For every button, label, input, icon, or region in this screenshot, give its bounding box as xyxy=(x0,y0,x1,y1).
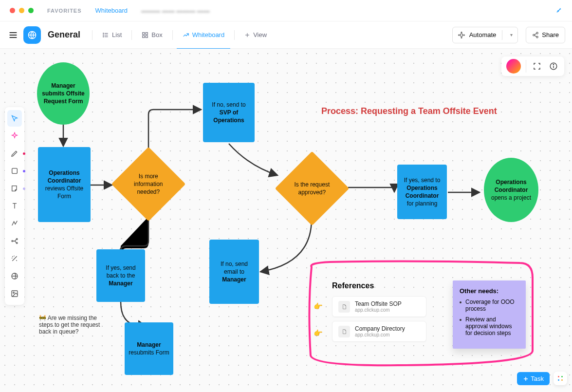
avatar[interactable] xyxy=(506,59,521,74)
node-yescoord-text1: If yes, send to xyxy=(404,177,441,184)
shape-tool[interactable] xyxy=(7,163,22,179)
node-yescoord[interactable]: If yes, send to Operations Coordinator f… xyxy=(397,165,447,219)
apps-button[interactable] xyxy=(554,372,567,385)
node-end-text: opens a project xyxy=(491,194,531,201)
svg-rect-13 xyxy=(146,36,148,37)
doc-icon xyxy=(338,301,350,313)
node-end-bold: Operations Coordinator xyxy=(495,179,528,193)
whiteboard-canvas[interactable]: Process: Requesting a Team Offsite Event… xyxy=(0,49,572,392)
references-panel: References Team Offsite SOP app.clickup.… xyxy=(328,277,430,351)
automate-button[interactable]: Automate ▾ xyxy=(452,27,518,43)
pen-tool[interactable] xyxy=(7,145,22,162)
svg-rect-10 xyxy=(143,32,145,34)
node-noemail-bold: Manager xyxy=(222,276,246,283)
ref-item-2-sub: app.clickup.com xyxy=(355,332,405,337)
ref-item-1-title: Team Offsite SOP xyxy=(355,300,402,307)
favorites-label: FAVORITES xyxy=(47,8,82,14)
image-tool[interactable] xyxy=(7,285,22,302)
info-icon[interactable] xyxy=(548,60,559,72)
node-decision2[interactable]: Is the request approved? xyxy=(275,151,350,226)
svg-point-40 xyxy=(558,379,559,381)
text-tool[interactable] xyxy=(7,198,22,214)
svg-line-24 xyxy=(535,33,536,34)
canvas-topright xyxy=(501,56,564,76)
space-title[interactable]: General xyxy=(48,30,80,40)
svg-point-27 xyxy=(12,241,13,242)
node-start[interactable]: Manager submits Offsite Request Form xyxy=(37,62,90,125)
node-noemail[interactable]: If no, send email to Manager xyxy=(209,240,259,304)
node-start-text: Manager submits Offsite Request Form xyxy=(42,82,85,106)
svg-rect-26 xyxy=(12,168,18,174)
node-svp[interactable]: If no, send to SVP of Operations xyxy=(203,83,255,142)
view-box[interactable]: Box xyxy=(136,27,168,43)
node-resubmit[interactable]: Manager resubmits Form xyxy=(125,322,173,375)
node-end[interactable]: Operations Coordinator opens a project xyxy=(484,158,538,222)
node-review-bold: Operations Coordinator xyxy=(48,169,81,184)
node-resubmit-bold: Manager xyxy=(137,341,161,348)
reference-item-1[interactable]: Team Offsite SOP app.clickup.com xyxy=(332,296,426,317)
connector-tool[interactable] xyxy=(7,215,22,232)
magic-tool[interactable] xyxy=(7,250,22,267)
sticky-heading: Other needs: xyxy=(460,287,519,295)
ai-tool[interactable] xyxy=(7,128,22,144)
ref-item-1-sub: app.clickup.com xyxy=(355,307,402,313)
menu-icon[interactable] xyxy=(7,29,19,41)
chevron-down-icon[interactable]: ▾ xyxy=(510,32,513,37)
svg-point-35 xyxy=(553,64,554,65)
tab-whiteboard[interactable]: Whiteboard xyxy=(95,7,128,14)
svg-point-28 xyxy=(16,239,18,240)
node-decision1[interactable]: Is more information needed? xyxy=(111,147,186,222)
new-task-button[interactable]: Task xyxy=(517,372,550,385)
web-tool[interactable] xyxy=(7,268,22,284)
whiteboard-tools xyxy=(5,107,24,305)
view-list[interactable]: List xyxy=(96,27,128,43)
space-badge[interactable] xyxy=(23,26,41,44)
node-review[interactable]: Operations Coordinator reviews Offsite F… xyxy=(38,147,91,222)
svg-point-32 xyxy=(13,292,15,294)
view-whiteboard-label: Whiteboard xyxy=(192,31,224,38)
svg-point-8 xyxy=(103,35,104,35)
fit-icon[interactable] xyxy=(531,60,543,72)
node-resubmit-text: resubmits Form xyxy=(129,349,169,356)
canvas-comment[interactable]: 🚧 Are we missing the steps to get the re… xyxy=(39,315,102,335)
svg-point-29 xyxy=(16,243,18,244)
window-controls xyxy=(10,8,34,13)
share-label: Share xyxy=(542,31,559,38)
sticky-tool[interactable] xyxy=(7,180,22,197)
node-yescoord-text3: for planning xyxy=(407,200,438,207)
tab-blurred: ▬▬▬ ▬▬ ▬▬▬ ▬▬ xyxy=(141,7,210,14)
sticky-note[interactable]: Other needs: Coverage for OOO process Re… xyxy=(453,280,526,349)
svg-point-9 xyxy=(103,36,104,37)
node-svp-text1: If no, send to xyxy=(212,101,245,108)
node-noemail-text1: If no, send email to xyxy=(221,261,248,275)
node-decision2-text: Is the request approved? xyxy=(288,181,336,196)
node-sendback[interactable]: If yes, send back to the Manager xyxy=(96,249,145,302)
cursor-tool[interactable] xyxy=(7,110,22,127)
add-view-button[interactable]: View xyxy=(239,27,273,43)
share-button[interactable]: Share xyxy=(526,27,565,43)
close-icon[interactable] xyxy=(10,8,15,13)
minimize-icon[interactable] xyxy=(19,8,24,13)
svg-point-18 xyxy=(461,37,462,38)
pin-icon[interactable] xyxy=(555,6,562,15)
svg-rect-12 xyxy=(143,36,145,37)
relation-tool[interactable] xyxy=(7,233,22,249)
svg-rect-11 xyxy=(146,32,148,34)
node-sendback-bold: Manager xyxy=(109,280,132,287)
add-view-label: View xyxy=(253,31,267,38)
sticky-item-1: Coverage for OOO process xyxy=(460,299,519,312)
maximize-icon[interactable] xyxy=(28,8,34,13)
pointer-icon-2: 👉 xyxy=(314,329,323,337)
automate-label: Automate xyxy=(469,31,497,38)
node-review-text: reviews Offsite Form xyxy=(45,185,83,200)
svg-point-7 xyxy=(103,33,104,33)
svg-point-23 xyxy=(536,36,538,38)
diagram-title[interactable]: Process: Requesting a Team Offsite Event xyxy=(321,106,497,116)
view-box-label: Box xyxy=(151,31,162,38)
svg-point-39 xyxy=(561,376,563,377)
svg-point-41 xyxy=(561,379,563,381)
svg-point-21 xyxy=(536,32,538,34)
reference-item-2[interactable]: Company Directory app.clickup.com xyxy=(332,321,426,342)
view-whiteboard[interactable]: Whiteboard xyxy=(177,27,230,43)
ref-item-2-title: Company Directory xyxy=(355,325,405,332)
